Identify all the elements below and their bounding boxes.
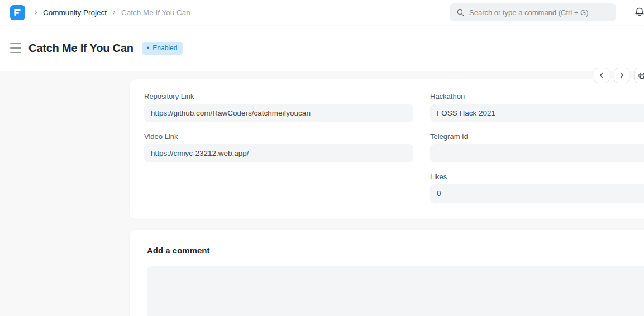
chevron-right-icon: [618, 71, 626, 79]
hackathon-input[interactable]: [430, 104, 644, 122]
print-button[interactable]: [634, 68, 644, 83]
search-input[interactable]: [469, 8, 609, 17]
telegram-id-input[interactable]: [430, 144, 644, 162]
repository-link-input[interactable]: [144, 104, 413, 122]
chevron-left-icon: [598, 71, 605, 79]
global-search[interactable]: [450, 3, 616, 21]
field-label: Repository Link: [144, 92, 413, 100]
likes-input[interactable]: [430, 184, 644, 203]
chevron-right-icon: [33, 9, 39, 15]
search-icon: [456, 8, 465, 17]
add-comment-heading: Add a comment: [147, 246, 210, 255]
field-label: Video Link: [144, 132, 413, 141]
notifications-bell-icon[interactable]: [633, 7, 644, 19]
next-document-button[interactable]: [614, 68, 629, 83]
field-label: Hackathon: [430, 92, 644, 100]
printer-icon: [638, 71, 644, 80]
status-dot-icon: •: [147, 44, 150, 51]
form-section-card: Repository Link Video Link Hackathon Tel…: [130, 79, 644, 219]
status-badge: • Enabled: [142, 42, 184, 55]
field-label: Telegram Id: [430, 132, 644, 141]
field-repository-link: Repository Link: [144, 92, 413, 122]
page-title: Catch Me If You Can: [28, 42, 133, 55]
page-header: Catch Me If You Can • Enabled: [0, 25, 644, 71]
form-column-left: Repository Link Video Link: [144, 92, 413, 173]
breadcrumb-item-community-project[interactable]: Community Project: [43, 8, 107, 17]
field-telegram-id: Telegram Id: [430, 132, 644, 162]
field-hackathon: Hackathon: [430, 92, 644, 122]
video-link-input[interactable]: [144, 144, 413, 162]
field-label: Likes: [430, 173, 644, 181]
status-badge-label: Enabled: [152, 44, 177, 52]
logo-f-glyph: [13, 8, 22, 17]
comment-textarea[interactable]: [147, 266, 644, 316]
chevron-right-icon: [111, 9, 117, 15]
breadcrumb-item-current-doc[interactable]: Catch Me If You Can: [121, 8, 190, 17]
navbar: Community Project Catch Me If You Can: [0, 0, 644, 25]
frappe-logo-icon[interactable]: [10, 5, 25, 20]
breadcrumb: Community Project Catch Me If You Can: [33, 8, 190, 17]
field-video-link: Video Link: [144, 132, 413, 162]
content-area: Repository Link Video Link Hackathon Tel…: [0, 71, 644, 316]
form-column-right: Hackathon Telegram Id Likes: [430, 92, 644, 213]
comments-section-card: Add a comment: [130, 230, 644, 316]
prev-document-button[interactable]: [594, 68, 609, 83]
field-likes: Likes: [430, 173, 644, 203]
sidebar-toggle-menu-icon[interactable]: [10, 43, 22, 53]
title-bar-actions: [594, 68, 644, 83]
